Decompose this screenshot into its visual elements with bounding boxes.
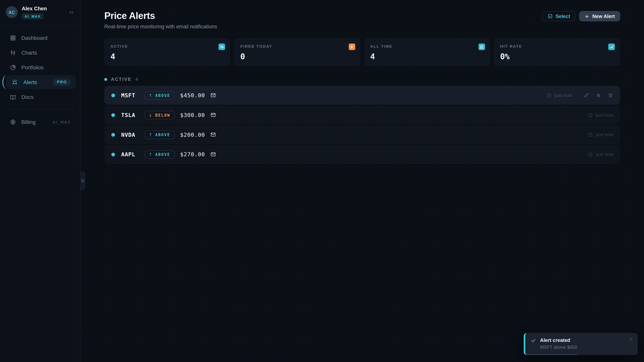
edit-icon[interactable] [584,92,589,98]
stat-value: 4 [370,52,484,61]
status-dot-icon [111,152,115,156]
siren-icon [12,79,18,85]
panel-handle-icon [81,179,84,182]
alert-time: just now [596,112,613,117]
siren-icon [478,43,485,50]
check-icon [531,338,536,343]
sidebar-item-portfolios[interactable]: Portfolios [4,60,76,74]
alert-row-actions [584,92,613,98]
alert-price: $200.00 [180,131,205,138]
direction-badge: ↑ ABOVE [144,130,175,139]
pause-icon[interactable] [596,92,601,98]
clock-icon [588,132,593,137]
alert-row-tsla[interactable]: TSLA ↓ BELOW $300.00 just now [104,105,620,124]
direction-badge: ↑ ABOVE [144,150,175,159]
page-title: Price Alerts [104,11,217,21]
billing-plan-meta: AI_MAX [53,120,71,124]
mail-icon[interactable] [210,112,216,118]
stat-card-all-time: ALL TIME 4 [364,38,490,66]
app-root: AC Alex Chen AI_MAX Dashboard [0,0,644,362]
check-icon [608,43,615,50]
toast: Alert created MSFT above $450 [524,333,638,355]
stat-label: HIT RATE [500,44,614,48]
section-label: ACTIVE [111,77,132,82]
alert-row-msft[interactable]: MSFT ↑ ABOVE $450.00 just now [104,86,620,105]
sidebar-item-label: Portfolios [21,64,44,70]
pie-icon [10,64,16,70]
alert-symbol: NVDA [121,131,144,138]
header-actions: Select New Alert [542,11,620,21]
dollar-icon [10,119,16,125]
sidebar-toggle-handle[interactable] [80,172,85,190]
stats-grid: ACTIVE 4 FIRED TODAY 0 ALL TIME 4 [104,38,620,66]
clock-icon [588,152,593,157]
clock-icon [546,92,552,98]
sidebar-item-label: Alerts [24,79,37,85]
alert-price: $300.00 [180,112,205,118]
sidebar-item-label: Docs [21,94,33,100]
mail-icon[interactable] [210,151,216,157]
toast-text: Alert created MSFT above $450 [540,337,577,350]
user-plan-badge: AI_MAX [22,13,44,19]
direction-label: BELOW [155,113,170,117]
book-icon [10,94,16,100]
sidebar-item-billing[interactable]: Billing AI_MAX [4,115,76,129]
direction-label: ABOVE [155,152,170,157]
status-dot-icon [111,113,115,117]
mail-icon[interactable] [210,132,216,137]
page-header: Price Alerts Real-time price monitoring … [104,11,620,30]
select-button[interactable]: Select [542,11,576,21]
direction-badge: ↓ BELOW [144,111,175,119]
stat-value: 4 [110,52,224,61]
sidebar: AC Alex Chen AI_MAX Dashboard [0,0,80,362]
stat-value: 0 [240,52,354,61]
alert-list: MSFT ↑ ABOVE $450.00 just now [104,86,620,164]
new-alert-button-label: New Alert [592,13,615,19]
activity-icon [219,43,225,50]
sidebar-divider [6,109,74,110]
alert-row-meta: just now [546,92,613,98]
section-count: 4 [135,77,138,82]
direction-label: ABOVE [155,93,170,97]
stat-card-fired-today: FIRED TODAY 0 [234,38,360,66]
avatar-initials: AC [8,9,15,14]
alert-row-aapl[interactable]: AAPL ↑ ABOVE $270.00 just now [104,145,620,164]
arrow-up-icon: ↑ [149,132,153,137]
trash-icon[interactable] [608,92,613,98]
alert-time: just now [596,132,613,137]
clock-icon [588,112,593,118]
alert-row-meta: just now [588,152,613,157]
user-meta: Alex Chen AI_MAX [22,6,47,19]
candlestick-icon [10,49,16,56]
toast-title: Alert created [540,337,577,343]
plus-icon [584,14,590,19]
page-titles: Price Alerts Real-time price monitoring … [104,11,217,30]
sidebar-item-charts[interactable]: Charts [4,45,76,59]
user-name: Alex Chen [22,6,47,11]
direction-label: ABOVE [155,132,170,137]
pro-badge: PRO [53,78,71,85]
stat-card-active: ACTIVE 4 [104,38,230,66]
stat-label: FIRED TODAY [240,44,354,48]
alert-row-nvda[interactable]: NVDA ↑ ABOVE $200.00 just now [104,125,620,144]
select-button-label: Select [556,13,570,19]
sidebar-item-docs[interactable]: Docs [4,90,76,104]
avatar: AC [6,6,18,18]
stat-label: ACTIVE [110,44,224,48]
alert-time: just now [554,93,572,98]
arrow-down-icon: ↓ [149,113,153,117]
sidebar-collapse-button[interactable] [68,9,75,16]
mail-icon[interactable] [210,92,216,98]
alert-price: $270.00 [180,151,205,158]
sidebar-item-alerts[interactable]: Alerts PRO [6,75,76,89]
alert-symbol: TSLA [121,112,144,118]
alert-symbol: AAPL [121,151,144,158]
user-block: AC Alex Chen AI_MAX [0,0,80,25]
alert-row-meta: just now [588,112,613,118]
close-icon[interactable] [628,336,634,342]
main-content: Price Alerts Real-time price monitoring … [81,0,644,362]
sidebar-item-dashboard[interactable]: Dashboard [4,31,76,45]
status-dot-icon [104,78,107,81]
stat-label: ALL TIME [370,44,484,48]
new-alert-button[interactable]: New Alert [579,11,620,21]
